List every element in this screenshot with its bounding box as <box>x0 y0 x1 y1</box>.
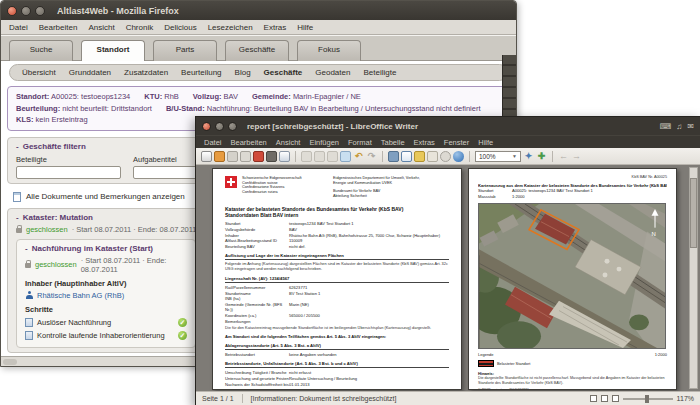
inhaber-link[interactable]: Rhätische Bahn AG (RhB) <box>25 291 187 300</box>
menu-item[interactable]: Lesezeichen <box>208 23 253 32</box>
app-subtab[interactable]: Beurteilung <box>181 68 221 77</box>
zoom-in-icon[interactable]: ✦ <box>523 151 534 162</box>
filter-input[interactable] <box>16 166 121 179</box>
navigator-icon[interactable] <box>453 151 464 162</box>
app-tab[interactable]: Parts <box>153 40 217 61</box>
info-pair: Vollzug: BAV <box>193 92 238 101</box>
menu-item[interactable]: Hilfe <box>478 138 493 147</box>
redo-icon[interactable]: ↷ <box>366 151 377 162</box>
sound-icon[interactable]: ♫ <box>676 122 682 131</box>
undo-icon[interactable]: ↶ <box>353 151 364 162</box>
single-page-view-icon[interactable] <box>590 395 597 402</box>
format-paintbrush-icon[interactable] <box>340 151 351 162</box>
zoom-slider-knob[interactable] <box>645 395 649 403</box>
menu-item[interactable]: Ansicht <box>276 138 301 147</box>
print-icon[interactable] <box>266 151 277 162</box>
collapse-icon[interactable]: - <box>25 244 28 253</box>
status-state: geschlossen <box>26 225 68 234</box>
menu-item[interactable]: Einfügen <box>309 138 339 147</box>
resize-grip[interactable] <box>3 359 17 365</box>
app-tab[interactable]: Standort <box>81 40 145 61</box>
close-button[interactable] <box>202 122 211 131</box>
collapse-icon[interactable]: - <box>16 142 19 151</box>
book-view-icon[interactable] <box>612 395 619 402</box>
app-subtab[interactable]: Grunddaten <box>69 68 111 77</box>
document-page-2: KbS BAV Nr. A00025 Kartenauszug aus dem … <box>468 168 677 390</box>
app-subtab[interactable]: Zusatzdaten <box>124 68 168 77</box>
menu-item[interactable]: Format <box>348 138 372 147</box>
mail-icon[interactable]: ✉ <box>687 122 694 131</box>
minimize-button[interactable] <box>215 122 224 131</box>
help-icon[interactable]: ✚ <box>536 151 547 162</box>
menu-item[interactable]: Bearbeiten <box>231 138 267 147</box>
scrollbar-thumb[interactable] <box>690 178 697 248</box>
zoom-percentage[interactable]: 117% <box>677 395 694 402</box>
menu-item[interactable]: Tabelle <box>381 138 405 147</box>
paragraph: Folgende im Anhang (Kartenauszug) darges… <box>225 262 449 272</box>
app-tab[interactable]: Fokus <box>297 40 361 61</box>
check-icon: ✓ <box>178 318 187 327</box>
menu-item[interactable]: Extras <box>414 138 435 147</box>
keyboard-indicator-icon[interactable]: ⌨ <box>660 122 672 131</box>
export-pdf-icon[interactable] <box>253 151 264 162</box>
writer-titlebar[interactable]: report [schreibgeschützt] - LibreOffice … <box>196 117 700 135</box>
find-replace-icon[interactable] <box>440 151 451 162</box>
schritt-link[interactable]: Auslöser Nachführung ✓ <box>25 318 187 327</box>
schritte-label: Schritte <box>25 305 187 314</box>
panel-title-nachfuehrung[interactable]: - Nachführung im Kataster (Start) <box>25 244 187 253</box>
paste-icon[interactable] <box>327 151 338 162</box>
legend-line: Legende 1:2000 <box>478 352 667 357</box>
app-subtab[interactable]: Beteiligte <box>363 68 396 77</box>
menu-item[interactable]: Fenster <box>444 138 469 147</box>
app-tab[interactable]: Suche <box>9 40 73 61</box>
menu-item[interactable]: Datei <box>204 138 222 147</box>
info-label: Standort: <box>16 92 49 101</box>
page-preview-icon[interactable] <box>279 151 290 162</box>
show-draw-functions-icon[interactable] <box>427 151 438 162</box>
writer-toolbar: ↶ ↷ 100%▼ ✦ ✚ ← → <box>196 148 700 165</box>
forward-icon[interactable]: → <box>571 151 582 162</box>
cut-icon[interactable] <box>301 151 312 162</box>
open-icon[interactable] <box>214 151 225 162</box>
new-document-icon[interactable] <box>201 151 212 162</box>
menu-item[interactable]: Ansicht <box>88 23 114 32</box>
field-row: Nachweis der Schadstofffreiheit bis01.01… <box>225 382 449 388</box>
writer-window: report [schreibgeschützt] - LibreOffice … <box>195 116 700 405</box>
close-button[interactable] <box>7 6 17 16</box>
menu-item[interactable]: Datei <box>9 23 28 32</box>
multi-page-view-icon[interactable] <box>601 395 608 402</box>
section-heading: Betriebsstandorte, Unfallstandorte (Art.… <box>225 361 449 368</box>
info-pair: KTU: RhB <box>144 92 179 101</box>
check-icon: ✓ <box>178 331 187 340</box>
confed-line: Confederaziun svizra <box>242 190 314 195</box>
vertical-scrollbar[interactable] <box>689 167 698 389</box>
menu-item[interactable]: Bearbeiten <box>39 23 78 32</box>
maximize-button[interactable] <box>228 122 237 131</box>
schritt-link[interactable]: Kontrolle laufende Inhaberorientierung ✓ <box>25 331 187 340</box>
collapse-icon[interactable]: - <box>16 213 19 222</box>
email-icon[interactable] <box>240 151 251 162</box>
app-subtab[interactable]: Übersicht <box>22 68 56 77</box>
app-subtab[interactable]: Blog <box>235 68 251 77</box>
insert-table-icon[interactable] <box>401 151 412 162</box>
menu-item[interactable]: Chronik <box>126 23 154 32</box>
field-label: Betriebsstandort <box>225 352 289 358</box>
back-icon[interactable]: ← <box>558 151 569 162</box>
menu-item[interactable]: Extras <box>264 23 287 32</box>
menu-item[interactable]: Hilfe <box>297 23 313 32</box>
save-icon[interactable] <box>227 151 238 162</box>
minimize-button[interactable] <box>21 6 31 16</box>
app-tab[interactable]: Geschäfte <box>225 40 289 61</box>
maximize-button[interactable] <box>35 6 45 16</box>
app-subtab[interactable]: Geschäfte <box>264 68 303 77</box>
zoom-slider[interactable] <box>623 398 673 400</box>
copy-icon[interactable] <box>314 151 325 162</box>
menu-item[interactable]: Delicious <box>164 23 196 32</box>
app-subtab[interactable]: Geodaten <box>315 68 350 77</box>
zoom-combobox[interactable]: 100%▼ <box>475 151 521 162</box>
info-value: BAV <box>224 92 238 101</box>
hyperlink-icon[interactable] <box>388 151 399 162</box>
firefox-titlebar[interactable]: Altlast4Web - Mozilla Firefox <box>1 1 516 20</box>
gallery-icon[interactable] <box>414 151 425 162</box>
page-indicator[interactable]: Seite 1 / 1 <box>202 395 234 402</box>
